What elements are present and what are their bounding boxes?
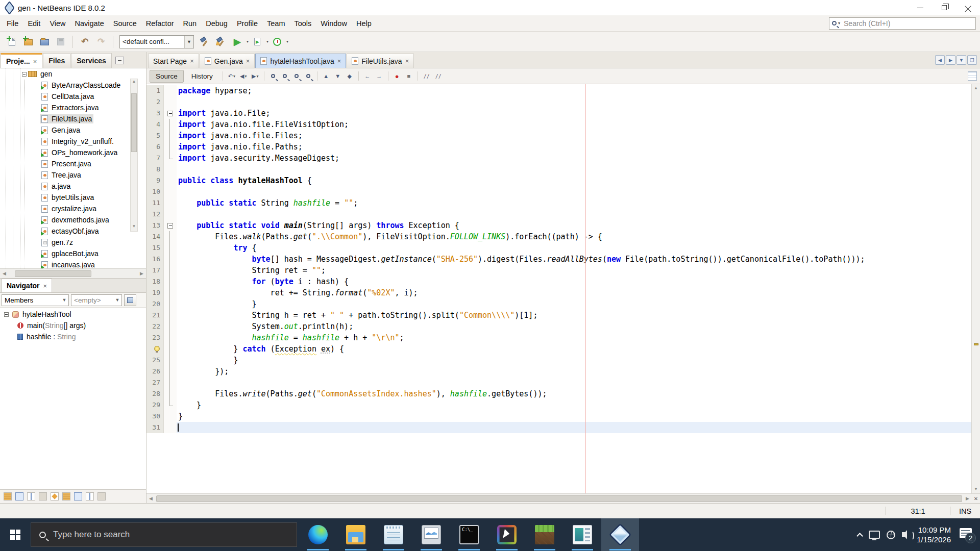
next-bookmark-button[interactable]: ▼ (333, 71, 343, 81)
editor-vertical-scrollbar[interactable]: ▲ ▼ (971, 84, 980, 493)
code-line-21[interactable]: 21 String h = ret + " " + path.toString(… (146, 310, 980, 321)
find-previous-occurrence-button[interactable] (268, 71, 278, 81)
taskbar-app-app-window[interactable] (564, 518, 601, 551)
toggle-bookmark-button[interactable]: ◆ (345, 71, 355, 81)
close-icon[interactable]: ✕ (972, 494, 980, 503)
redo-button[interactable]: ↷ (93, 34, 109, 49)
tree-node-crystalize-java[interactable]: crystalize.java (0, 203, 146, 214)
tab-list-dropdown-button[interactable]: ▼ (957, 55, 966, 65)
code-line-28[interactable]: 28 Files.write(Paths.get("CommonAssetsIn… (146, 388, 980, 399)
code-line-23[interactable]: 23 hashfile = hashfile + h + "\r\n"; (146, 332, 980, 343)
tab-hytalehashtool-java[interactable]: hytaleHashTool.java× (255, 54, 346, 68)
scroll-thumb[interactable] (15, 270, 91, 277)
code-line-30[interactable]: 30} (146, 411, 980, 422)
taskbar-app-paint-dotnet[interactable] (488, 518, 526, 551)
code-line-25[interactable]: 25 } (146, 355, 980, 366)
history-view-button[interactable]: History (185, 70, 219, 83)
code-line-24[interactable]: } catch (Exception ex) { (146, 343, 980, 355)
code-line-19[interactable]: 19 ret += String.format("%02X", i); (146, 287, 980, 298)
menu-tools[interactable]: Tools (289, 17, 316, 30)
clean-build-project-button[interactable] (213, 34, 229, 49)
close-icon[interactable]: × (246, 57, 250, 65)
tree-node-celldata-java[interactable]: CellData.java (0, 91, 146, 102)
run-project-button[interactable]: ▶ (230, 34, 245, 49)
save-all-button[interactable] (53, 34, 68, 49)
members-combobox[interactable]: Members ▼ (2, 294, 69, 306)
tree-node-ops-homework-java[interactable]: OPs_homework.java (0, 147, 146, 158)
scroll-right-icon[interactable]: ▶ (137, 269, 146, 278)
taskbar-app-explorer[interactable] (337, 518, 375, 551)
start-button[interactable] (0, 518, 31, 551)
split-window-icon[interactable] (968, 71, 977, 81)
collapse-icon[interactable] (4, 312, 9, 317)
run-dropdown-icon[interactable]: ▾ (247, 39, 249, 44)
forward-button[interactable]: ▶▾ (250, 71, 260, 81)
sort-source-icon[interactable] (74, 492, 82, 500)
close-icon[interactable]: × (43, 282, 47, 290)
taskbar-clock[interactable]: 10:09 PM 1/15/2026 (917, 525, 951, 545)
tree-node-gplacebot-java[interactable]: gplaceBot.java (0, 248, 146, 259)
projects-vertical-scrollbar[interactable]: ▲ ▼ (130, 79, 138, 232)
menu-run[interactable]: Run (179, 17, 202, 30)
action-center-button[interactable]: 2 (960, 527, 975, 542)
tab-gen-java[interactable]: Gen.java× (200, 54, 255, 68)
nav-node-hytalehashtool[interactable]: hytaleHashTool (0, 309, 146, 320)
close-icon[interactable]: × (337, 57, 341, 65)
menu-refactor[interactable]: Refactor (141, 17, 179, 30)
close-icon[interactable]: × (33, 58, 37, 65)
code-line-31[interactable]: 31 (146, 422, 980, 433)
code-line-9[interactable]: 9public class hytaleHashTool { (146, 175, 980, 186)
menu-team[interactable]: Team (262, 17, 289, 30)
tree-node-byteutils-java[interactable]: byteUtils.java (0, 192, 146, 203)
code-line-29[interactable]: 29 } (146, 399, 980, 411)
shift-line-left-button[interactable]: ← (362, 71, 373, 81)
uncomment-button[interactable]: // (433, 71, 444, 81)
close-icon[interactable]: × (190, 57, 194, 65)
nav-member-field[interactable]: hashfile : String (0, 331, 146, 342)
collapse-all-icon[interactable] (97, 492, 106, 500)
tree-node-extractors-java[interactable]: Extractors.java (0, 102, 146, 113)
show-inherited-icon[interactable] (4, 492, 12, 500)
menu-help[interactable]: Help (352, 17, 376, 30)
collapse-icon[interactable] (22, 72, 27, 77)
menu-profile[interactable]: Profile (232, 17, 262, 30)
code-line-11[interactable]: 11 public static String hashfile = ""; (146, 197, 980, 209)
code-line-13[interactable]: 13 public static void main(String[] args… (146, 220, 980, 231)
fully-qualified-icon[interactable] (51, 492, 59, 500)
sort-alpha-icon[interactable] (62, 492, 70, 500)
back-button[interactable]: ◀▾ (238, 71, 249, 81)
editor-horizontal-scrollbar[interactable]: ◀ ▶ ✕ (146, 493, 980, 503)
last-edited-button[interactable]: ↶▾ (227, 71, 237, 81)
profile-dropdown-icon[interactable]: ▾ (286, 39, 288, 44)
scroll-right-icon[interactable]: ▶ (963, 494, 972, 503)
nav-member-method[interactable]: main(String[] args) (0, 320, 146, 331)
close-icon[interactable]: × (405, 57, 409, 65)
scroll-left-icon[interactable]: ◀ (146, 494, 155, 503)
restore-button[interactable] (932, 0, 956, 15)
tab-proje[interactable]: Proje...× (1, 53, 42, 68)
code-line-14[interactable]: 14 Files.walk(Paths.get(".\\Common"), Fi… (146, 231, 980, 242)
tree-node-ectasyobf-java[interactable]: ectasyObf.java (0, 226, 146, 237)
build-project-button[interactable] (197, 34, 212, 49)
tab-navigator[interactable]: Navigator × (2, 279, 52, 292)
warning-bulb-icon[interactable] (154, 346, 159, 353)
code-line-27[interactable]: 27 (146, 377, 980, 388)
taskbar-app-netbeans[interactable] (601, 518, 639, 551)
tree-node-present-java[interactable]: Present.java (0, 158, 146, 169)
code-line-17[interactable]: 17 String ret = ""; (146, 265, 980, 276)
scroll-up-icon[interactable]: ▲ (131, 79, 137, 86)
tree-node-a-java[interactable]: a.java (0, 181, 146, 192)
tree-node-fileutils-java[interactable]: FileUtils.java (0, 113, 146, 124)
scroll-thumb[interactable] (156, 495, 962, 502)
config-combobox[interactable]: <default confi... ▼ (119, 35, 194, 48)
code-line-26[interactable]: 26 }); (146, 366, 980, 377)
code-line-7[interactable]: 7import java.security.MessageDigest; (146, 153, 980, 164)
code-line-1[interactable]: 1package hyparse; (146, 85, 980, 96)
taskbar-app-edge[interactable] (299, 518, 337, 551)
code-line-12[interactable]: 12 (146, 209, 980, 220)
code-line-10[interactable]: 10 (146, 186, 980, 197)
minimize-button[interactable] (908, 0, 932, 15)
projects-horizontal-scrollbar[interactable]: ◀ ▶ (0, 268, 146, 278)
ide-search-box[interactable]: ▾ Search (Ctrl+I) (829, 17, 976, 30)
code-line-4[interactable]: 4import java.nio.file.FileVisitOption; (146, 119, 980, 130)
